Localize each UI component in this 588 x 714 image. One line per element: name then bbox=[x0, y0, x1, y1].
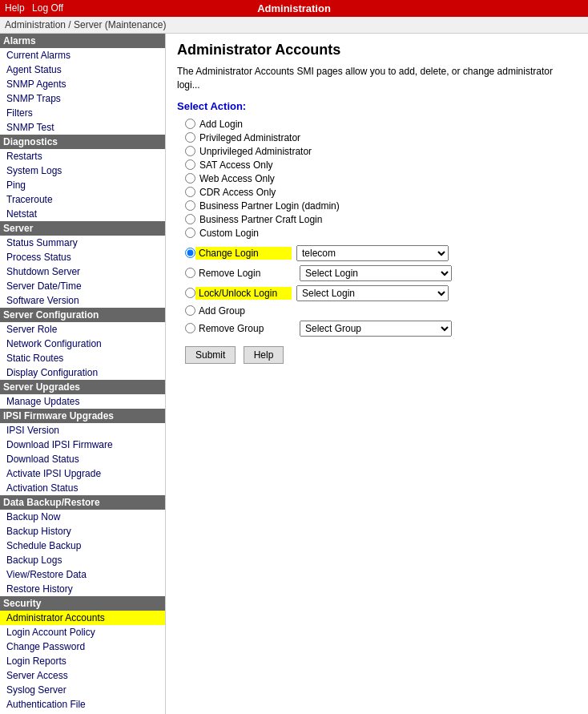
sidebar-item-snmp-agents[interactable]: SNMP Agents bbox=[0, 77, 165, 91]
sidebar-item-ipsi-version[interactable]: IPSI Version bbox=[0, 423, 165, 438]
description: The Administrator Accounts SMI pages all… bbox=[177, 65, 577, 92]
select-row_change[interactable]: telecomSelect Login bbox=[296, 245, 449, 261]
radio-row_rmgrp[interactable] bbox=[185, 323, 195, 333]
top-bar-title: Administration bbox=[257, 2, 331, 14]
main-content: Administrator Accounts The Administrator… bbox=[166, 34, 588, 714]
select-row_remove[interactable]: Select Login bbox=[300, 265, 452, 281]
sidebar-item-software-version[interactable]: Software Version bbox=[0, 293, 165, 308]
submit-button[interactable] bbox=[185, 346, 236, 364]
sidebar-section-security: Security bbox=[0, 596, 165, 611]
sidebar-item-change-password[interactable]: Change Password bbox=[0, 639, 165, 654]
radio-opt_bp[interactable] bbox=[185, 200, 195, 211]
sidebar-item-shutdown-server[interactable]: Shutdown Server bbox=[0, 264, 165, 279]
action-row-row_remove: Remove LoginSelect Login bbox=[185, 265, 577, 281]
sidebar-item-restarts[interactable]: Restarts bbox=[0, 149, 165, 163]
label-opt_web: Web Access Only bbox=[199, 173, 275, 184]
sidebar-item-activation-status[interactable]: Activation Status bbox=[0, 481, 165, 495]
sidebar-item-snmp-traps[interactable]: SNMP Traps bbox=[0, 91, 165, 106]
radio-options-group: Add LoginPrivileged AdministratorUnprivi… bbox=[177, 119, 577, 239]
sidebar-item-snmp-test[interactable]: SNMP Test bbox=[0, 120, 165, 135]
sidebar-item-filters[interactable]: Filters bbox=[0, 106, 165, 120]
sidebar-section-data-backup/restore: Data Backup/Restore bbox=[0, 495, 165, 510]
action-row-row_change: Change LogintelecomSelect Login bbox=[185, 245, 577, 261]
radio-opt_bpcraft[interactable] bbox=[185, 214, 195, 224]
action-row-row_lock: Lock/Unlock LoginSelect Login bbox=[185, 285, 577, 301]
radio-group-opt_bpcraft: Business Partner Craft Login bbox=[185, 214, 577, 225]
sidebar-item-view-restore-data[interactable]: View/Restore Data bbox=[0, 567, 165, 582]
radio-group-opt_cdr: CDR Access Only bbox=[185, 187, 577, 198]
sidebar: AlarmsCurrent AlarmsAgent StatusSNMP Age… bbox=[0, 34, 166, 714]
label-opt_bpcraft: Business Partner Craft Login bbox=[199, 214, 322, 225]
sidebar-item-netstat[interactable]: Netstat bbox=[0, 207, 165, 221]
sidebar-item-static-routes[interactable]: Static Routes bbox=[0, 351, 165, 365]
radio-row_lock[interactable] bbox=[185, 288, 195, 298]
action-label-row_remove: Remove Login bbox=[199, 268, 295, 279]
top-bar-links: Help Log Off bbox=[5, 2, 68, 14]
sidebar-item-server-access[interactable]: Server Access bbox=[0, 668, 165, 683]
sidebar-item-ping[interactable]: Ping bbox=[0, 178, 165, 192]
sidebar-item-login-reports[interactable]: Login Reports bbox=[0, 654, 165, 668]
help-link[interactable]: Help bbox=[5, 2, 25, 14]
sidebar-section-ipsi-firmware-upgrades: IPSI Firmware Upgrades bbox=[0, 409, 165, 423]
radio-group-opt_sat: SAT Access Only bbox=[185, 159, 577, 171]
sidebar-item-server-date-time[interactable]: Server Date/Time bbox=[0, 279, 165, 293]
action-label-row_lock: Lock/Unlock Login bbox=[195, 287, 292, 300]
sidebar-item-administrator-accounts[interactable]: Administrator Accounts bbox=[0, 611, 165, 625]
sidebar-item-traceroute[interactable]: Traceroute bbox=[0, 192, 165, 207]
radio-row_change[interactable] bbox=[185, 248, 195, 258]
radio-opt_priv[interactable] bbox=[185, 132, 195, 143]
action-row-row_rmgrp: Remove GroupSelect Group bbox=[185, 321, 577, 337]
radio-opt_add[interactable] bbox=[185, 119, 195, 129]
top-bar: Help Log Off Administration bbox=[0, 0, 588, 17]
sidebar-item-restore-history[interactable]: Restore History bbox=[0, 582, 165, 596]
sidebar-section-server: Server bbox=[0, 221, 165, 236]
radio-opt_unpriv[interactable] bbox=[185, 146, 195, 156]
sidebar-item-login-account-policy[interactable]: Login Account Policy bbox=[0, 625, 165, 639]
radio-row_addgrp[interactable] bbox=[185, 305, 195, 316]
label-opt_add: Add Login bbox=[199, 119, 243, 130]
action-rows-group: Change LogintelecomSelect LoginRemove Lo… bbox=[177, 245, 577, 337]
radio-opt_sat[interactable] bbox=[185, 159, 195, 170]
radio-opt_web[interactable] bbox=[185, 173, 195, 184]
sidebar-item-activate-ipsi-upgrade[interactable]: Activate IPSI Upgrade bbox=[0, 466, 165, 481]
sidebar-item-authentication-file[interactable]: Authentication File bbox=[0, 697, 165, 712]
sidebar-item-manage-updates[interactable]: Manage Updates bbox=[0, 394, 165, 409]
action-label-row_rmgrp: Remove Group bbox=[199, 323, 295, 334]
sidebar-item-download-ipsi-firmware[interactable]: Download IPSI Firmware bbox=[0, 438, 165, 452]
sidebar-item-network-configuration[interactable]: Network Configuration bbox=[0, 337, 165, 351]
sidebar-item-server-role[interactable]: Server Role bbox=[0, 322, 165, 337]
sidebar-item-syslog-server[interactable]: Syslog Server bbox=[0, 683, 165, 697]
sidebar-item-process-status[interactable]: Process Status bbox=[0, 250, 165, 264]
select-row_rmgrp[interactable]: Select Group bbox=[300, 321, 452, 337]
select-action-label: Select Action: bbox=[177, 100, 577, 112]
radio-group-opt_add: Add Login bbox=[185, 119, 577, 130]
sidebar-item-status-summary[interactable]: Status Summary bbox=[0, 236, 165, 250]
label-opt_custom: Custom Login bbox=[199, 228, 259, 239]
sidebar-item-download-status[interactable]: Download Status bbox=[0, 452, 165, 466]
label-opt_cdr: CDR Access Only bbox=[199, 187, 276, 198]
label-opt_priv: Privileged Administrator bbox=[199, 132, 300, 143]
action-label-row_addgrp: Add Group bbox=[199, 305, 295, 317]
label-opt_bp: Business Partner Login (dadmin) bbox=[199, 200, 340, 212]
logoff-link[interactable]: Log Off bbox=[32, 2, 63, 14]
radio-row_remove[interactable] bbox=[185, 268, 195, 278]
sidebar-item-schedule-backup[interactable]: Schedule Backup bbox=[0, 539, 165, 553]
select-row_lock[interactable]: Select Login bbox=[296, 285, 449, 301]
sidebar-item-display-configuration[interactable]: Display Configuration bbox=[0, 365, 165, 380]
sidebar-section-alarms: Alarms bbox=[0, 34, 165, 48]
sidebar-section-server-configuration: Server Configuration bbox=[0, 308, 165, 322]
sidebar-item-backup-now[interactable]: Backup Now bbox=[0, 510, 165, 524]
radio-group-opt_unpriv: Unprivileged Administrator bbox=[185, 146, 577, 157]
page-title: Administrator Accounts bbox=[177, 42, 577, 58]
radio-group-opt_bp: Business Partner Login (dadmin) bbox=[185, 200, 577, 212]
help-button[interactable]: Help bbox=[244, 346, 284, 364]
sidebar-item-current-alarms[interactable]: Current Alarms bbox=[0, 48, 165, 63]
radio-opt_cdr[interactable] bbox=[185, 187, 195, 197]
radio-group-opt_web: Web Access Only bbox=[185, 173, 577, 184]
sidebar-item-system-logs[interactable]: System Logs bbox=[0, 163, 165, 178]
radio-opt_custom[interactable] bbox=[185, 228, 195, 238]
action-label-row_change: Change Login bbox=[195, 247, 292, 260]
sidebar-item-backup-logs[interactable]: Backup Logs bbox=[0, 553, 165, 567]
sidebar-item-agent-status[interactable]: Agent Status bbox=[0, 63, 165, 77]
sidebar-item-backup-history[interactable]: Backup History bbox=[0, 524, 165, 539]
